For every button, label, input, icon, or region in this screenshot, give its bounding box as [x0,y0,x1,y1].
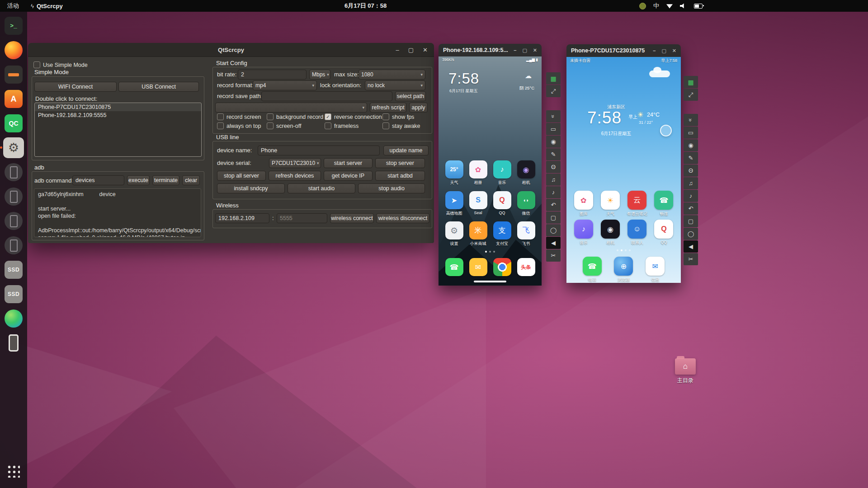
app-tile[interactable]: 米小米商城 [467,221,490,247]
dock-item-qtcreator[interactable]: QC [3,113,24,134]
maps-app-icon[interactable]: ➤ [445,191,463,209]
battery-icon[interactable] [694,4,703,9]
record-screen-checkbox[interactable]: record screen [217,113,261,120]
wireless-connect-button[interactable]: wireless connect [330,213,374,223]
dock-app[interactable]: ☎ [443,258,466,276]
dock-item-terminal[interactable]: >_ [3,15,24,36]
home-button[interactable]: ◯ [684,228,698,240]
start-server-button[interactable]: start server [324,158,373,168]
rotate-screen-button[interactable]: ↶ [546,199,561,211]
show-screen-button[interactable]: ◉ [546,136,561,148]
app-tile[interactable]: ☎畅连 [652,191,675,217]
youdao-note-app-icon[interactable]: 云 [627,191,646,210]
stop-server-button[interactable]: stop server [375,158,425,168]
clear-button[interactable]: clear [182,175,200,185]
wifi-connect-button[interactable]: WIFI Connect [34,82,117,92]
weather-app-icon[interactable]: ☀ [601,191,620,210]
collapse-button[interactable]: » [684,114,698,126]
max-size-select[interactable]: 1080▾ [359,70,425,80]
weather-app-icon[interactable]: 25° [445,160,463,178]
touch-pad-button[interactable]: ▭ [684,127,698,139]
contacts-app-icon[interactable]: ☺ [627,220,646,239]
browser-app-icon[interactable]: ⊕ [614,257,633,276]
back-button[interactable]: ◀ [684,240,698,253]
clock[interactable]: 6月17日 07：58 [344,0,387,12]
install-sndcpy-button[interactable]: install sndcpy [217,183,285,193]
app-tile[interactable]: 支支付宝 [491,221,514,247]
app-tile[interactable]: 云有道云笔记 [626,191,648,217]
dock-app[interactable]: ✉信息 [644,257,666,283]
dock-item-settings-active[interactable]: ⚙ [3,137,24,158]
app-tile[interactable]: ➤高德地图 [443,191,466,216]
dock-item-device-1[interactable] [3,162,24,183]
dock-item-phone[interactable] [3,333,24,353]
screen-map-button[interactable]: ▦ [684,76,698,88]
screen-map-button[interactable]: ▦ [546,72,561,84]
maximize-button[interactable]: ▢ [408,47,414,53]
dock-app[interactable]: ⊕浏览器 [612,257,635,283]
phone1-titlebar[interactable]: Phone-192.168.2.109:5... – ▢ ✕ [439,44,542,56]
volume-down-button[interactable]: ♪ [684,190,698,202]
fullscreen-button[interactable]: ⤢ [546,85,561,97]
show-applications-button[interactable] [3,461,24,482]
stay-awake-checkbox[interactable]: stay awake [382,122,420,129]
volume-up-button[interactable]: ♫ [684,177,698,189]
home-folder-icon[interactable]: ⌂ [675,358,696,375]
show-screen-button[interactable]: ◉ [684,139,698,151]
app-menu[interactable]: ϟ QtScrcpy [26,0,67,12]
app-tile[interactable]: ◉相机 [515,160,538,186]
app-tile[interactable]: 25°天气 [443,160,466,186]
adb-log-output[interactable]: ga7d65ylnj6xinhm device start server... … [34,188,201,237]
app-tile[interactable]: ♪音乐 [491,160,514,186]
dock-app[interactable] [491,258,514,276]
meetime-app-icon[interactable]: ☎ [654,191,673,210]
dock-item-firefox[interactable] [3,40,24,61]
always-on-top-checkbox[interactable]: always on top [217,122,261,129]
rotate-screen-button[interactable]: ↶ [684,202,698,215]
close-button[interactable]: ✕ [423,47,428,53]
background-record-checkbox[interactable]: background record [267,113,323,120]
phone1-screen[interactable]: 396K/s▂▄▆ ▮ 7:58 6月17日 星期五 ☁ 阴 25°C 25°天… [439,56,542,286]
wifi-icon[interactable] [666,4,673,9]
app-tile[interactable]: ♪音乐 [572,220,595,246]
app-tile[interactable]: ☺联系人 [626,220,648,246]
usb-connect-button[interactable]: USB Connect [118,82,199,92]
activities-button[interactable]: 活动 [0,0,26,12]
refresh-devices-button[interactable]: refresh devices [269,171,321,181]
bit-rate-input[interactable] [238,70,307,80]
dock-item-ssd-1[interactable]: SSD [3,259,24,280]
touch-pad-button[interactable]: ▭ [546,123,561,135]
dock-item-software[interactable]: A [3,89,24,109]
device-list-item[interactable]: Phone-192.168.2.109:5555 [35,111,201,119]
power-button[interactable]: Θ [546,161,561,173]
screen-off-checkbox[interactable]: screen-off [267,122,301,129]
phone-app-icon[interactable]: ☎ [583,257,602,276]
stop-all-server-button[interactable]: stop all server [217,171,266,181]
music-app-icon[interactable]: ♪ [574,220,593,239]
minimize-button[interactable]: – [653,48,656,53]
record-save-path-input[interactable] [261,91,392,101]
seal-app-icon[interactable]: S [469,191,487,209]
chrome-app-icon[interactable] [493,258,511,276]
stop-audio-button[interactable]: stop audio [358,183,425,193]
annotate-button[interactable]: ✎ [684,152,698,164]
app-tile[interactable]: ◉相机 [599,220,622,246]
ime-indicator[interactable]: 中 [653,2,659,10]
execute-button[interactable]: execute [127,175,150,185]
screenshot-button[interactable]: ✂ [546,249,561,262]
device-serial-select[interactable]: P7CDU17C23010▾ [269,158,321,168]
device-list-item[interactable]: Phone-P7CDU17C23010875 [35,103,201,111]
settings-app-icon[interactable]: ⚙ [445,221,463,239]
refresh-script-button[interactable]: refresh script [370,103,406,113]
home-folder-shortcut[interactable]: ⌂ 主目录 [672,358,698,385]
phone2-titlebar[interactable]: Phone-P7CDU17C23010875 – ▢ ✕ [566,44,681,57]
close-button[interactable]: ✕ [533,47,537,53]
dock-app[interactable]: ✉ [467,258,490,276]
annotate-button[interactable]: ✎ [546,148,561,160]
select-path-button[interactable]: select path [395,91,426,101]
wireless-disconnect-button[interactable]: wireless disconnect [376,213,429,223]
window-titlebar[interactable]: QtScrcpy [28,43,434,57]
use-simple-mode-checkbox[interactable]: Use Simple Mode [33,61,88,68]
wechat-app-icon[interactable]: ◖◗ [517,191,535,209]
maximize-button[interactable]: ▢ [661,48,666,54]
